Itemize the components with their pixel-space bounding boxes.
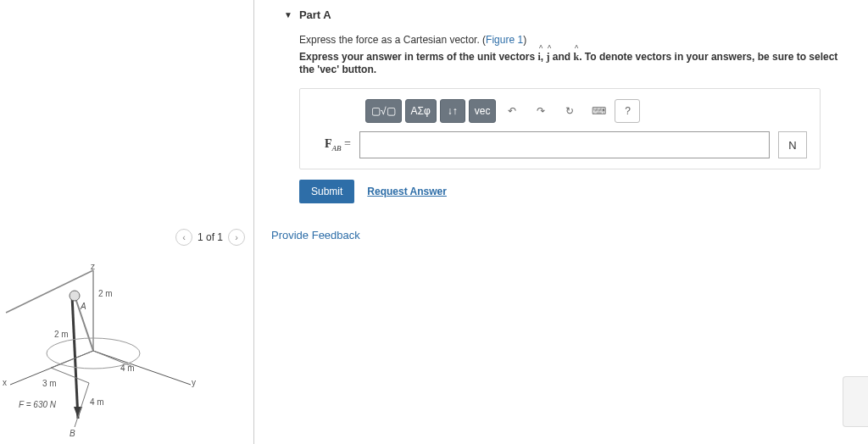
instructions: Express the force as a Cartesian vector.… [299, 34, 855, 75]
answer-row: FAB = N [313, 131, 807, 158]
figure-link[interactable]: Figure 1 [486, 34, 523, 46]
dim-4m-bottom: 4 m [90, 397, 104, 407]
dim-3m: 3 m [42, 379, 57, 388]
svg-line-8 [51, 351, 93, 368]
unit-vector-i: i [537, 51, 540, 64]
redo-button[interactable]: ↷ [528, 99, 554, 123]
side-widget[interactable] [843, 376, 868, 427]
axis-x-label: x [3, 378, 7, 387]
request-answer-link[interactable]: Request Answer [367, 186, 447, 197]
unit-vector-j: j [546, 51, 549, 64]
reset-button[interactable]: ↻ [557, 99, 582, 123]
pager-prev-button[interactable]: ‹ [175, 229, 192, 246]
axis-z-label: z [91, 262, 95, 271]
unit-label: N [778, 131, 807, 158]
submit-row: Submit Request Answer [299, 180, 855, 203]
submit-button[interactable]: Submit [299, 180, 354, 203]
part-title: Part A [299, 8, 331, 21]
svg-point-12 [70, 291, 80, 301]
figure-panel: ‹ 1 of 1 › z x y 2 m [0, 0, 254, 444]
greek-button[interactable]: ΑΣφ [405, 99, 437, 123]
help-button[interactable]: ? [615, 99, 640, 123]
subsup-button[interactable]: ↓↑ [440, 99, 465, 123]
pager-next-button[interactable]: › [228, 229, 245, 246]
dim-2m-side: 2 m [54, 330, 69, 339]
answer-input[interactable] [359, 131, 770, 158]
figure-diagram: z x y 2 m 2 m 3 m 4 m 4 m A B F = 630 N [0, 249, 199, 444]
undo-button[interactable]: ↶ [499, 99, 525, 123]
provide-feedback-link[interactable]: Provide Feedback [271, 229, 855, 241]
equation-toolbar: ▢√▢ ΑΣφ ↓↑ vec ↶ ↷ ↻ ⌨ ? [365, 99, 807, 123]
point-a-label: A [81, 302, 86, 311]
part-header[interactable]: ▼ Part A [284, 8, 855, 21]
prompt-close: ) [523, 34, 526, 46]
collapse-caret-icon: ▼ [284, 10, 292, 19]
prompt-text: Express the force as a Cartesian vector.… [299, 34, 486, 46]
pager-text: 1 of 1 [198, 231, 223, 243]
dim-4m-right: 4 m [120, 364, 135, 373]
force-label: F = 630 N [19, 400, 56, 409]
unit-vector-k: k [573, 51, 579, 64]
dim-2m-top: 2 m [98, 289, 113, 298]
question-panel: ▼ Part A Express the force as a Cartesia… [254, 0, 868, 444]
keyboard-button[interactable]: ⌨ [586, 99, 611, 123]
vec-button[interactable]: vec [469, 99, 497, 123]
answer-label: FAB = [313, 137, 351, 153]
figure-pager: ‹ 1 of 1 › [175, 229, 245, 246]
templates-button[interactable]: ▢√▢ [365, 99, 402, 123]
svg-line-9 [51, 368, 89, 383]
point-b-label: B [70, 429, 75, 438]
answer-box: ▢√▢ ΑΣφ ↓↑ vec ↶ ↷ ↻ ⌨ ? FAB = N [299, 88, 821, 169]
instruction-prefix: Express your answer in terms of the unit… [299, 51, 537, 63]
axis-y-label: y [192, 378, 196, 387]
